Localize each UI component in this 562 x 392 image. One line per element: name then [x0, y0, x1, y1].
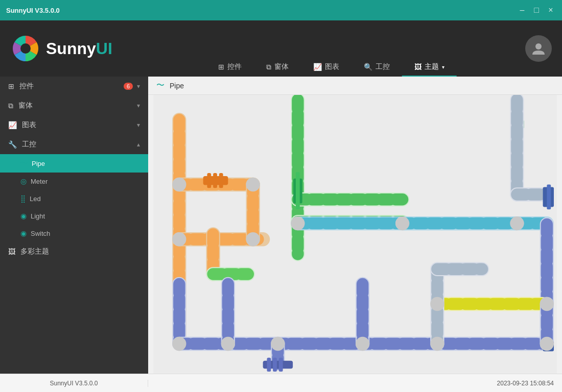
- colorful-sidebar-icon: 🖼: [8, 248, 15, 256]
- sidebar: ⊞ 控件 6 ▾ ⧉ 窗体 ▾ 📈 图表 ▾: [0, 77, 148, 374]
- windows-arrow-icon: ▾: [137, 102, 140, 109]
- sidebar-sub-led[interactable]: ⣿ Led: [0, 190, 148, 207]
- controls-sidebar-icon: ⊞: [8, 82, 14, 90]
- sidebar-item-controls[interactable]: ⊞ 控件 6 ▾: [0, 77, 148, 96]
- industry-arrow-icon: ▴: [137, 141, 140, 148]
- main-layout: ⊞ 控件 6 ▾ ⧉ 窗体 ▾ 📈 图表 ▾: [0, 77, 562, 374]
- charts-sidebar-icon: 📈: [8, 121, 17, 129]
- sidebar-item-colorful-left: 🖼 多彩主题: [8, 247, 49, 256]
- svg-point-80: [221, 337, 235, 351]
- sidebar-sub-light[interactable]: ◉ Light: [0, 207, 148, 225]
- svg-rect-21: [219, 173, 223, 188]
- controls-badge: 6: [124, 83, 133, 90]
- window-controls: – □ ×: [517, 6, 556, 15]
- nav-tabs: ⊞ 控件 ⧉ 窗体 📈 图表 🔍 工控 🖼 主题 ▾: [206, 58, 457, 77]
- sidebar-item-charts[interactable]: 📈 图表 ▾: [0, 115, 148, 135]
- tab-theme[interactable]: 🖼 主题 ▾: [402, 58, 457, 77]
- sidebar-item-windows[interactable]: ⧉ 窗体 ▾: [0, 96, 148, 115]
- avatar-icon: [530, 40, 547, 57]
- svg-rect-38: [547, 185, 551, 210]
- industry-icon: 🔍: [364, 63, 372, 71]
- controls-icon: ⊞: [218, 63, 224, 71]
- switch-icon: ◉: [20, 229, 27, 237]
- meter-icon: ◎: [20, 177, 27, 185]
- pipe-diagram: [148, 95, 562, 374]
- svg-point-73: [246, 232, 260, 246]
- svg-point-74: [291, 216, 305, 230]
- content-header: 〜 Pipe: [148, 77, 562, 95]
- windows-label: 窗体: [274, 62, 289, 71]
- logo-icon: [10, 33, 41, 64]
- titlebar: SunnyUI V3.5.0.0 – □ ×: [0, 0, 562, 20]
- logo-text: SunnyUI: [46, 39, 112, 58]
- svg-point-70: [172, 178, 186, 191]
- content-header-title: Pipe: [170, 82, 184, 90]
- svg-rect-29: [296, 172, 300, 209]
- controls-sidebar-label: 控件: [19, 82, 34, 91]
- svg-rect-20: [213, 173, 217, 188]
- svg-rect-52: [267, 358, 271, 372]
- sidebar-item-windows-left: ⧉ 窗体: [8, 101, 33, 110]
- svg-point-82: [430, 297, 444, 311]
- user-avatar[interactable]: [525, 35, 552, 62]
- led-label: Led: [30, 195, 41, 203]
- svg-point-2: [535, 43, 542, 50]
- pipe-icon: 〜: [20, 159, 28, 168]
- svg-rect-19: [207, 173, 211, 188]
- svg-point-1: [20, 43, 31, 54]
- sidebar-sub-pipe[interactable]: 〜 Pipe: [0, 154, 148, 173]
- charts-sidebar-label: 图表: [22, 120, 36, 130]
- svg-point-71: [172, 232, 186, 246]
- charts-arrow-icon: ▾: [137, 121, 140, 129]
- statusbar: SunnyUI V3.5.0.0 2023-09-23 15:08:54: [0, 374, 562, 392]
- logo: SunnyUI: [10, 33, 112, 64]
- close-button[interactable]: ×: [546, 6, 556, 15]
- svg-point-83: [540, 297, 554, 311]
- charts-label: 图表: [325, 62, 339, 71]
- tab-industry[interactable]: 🔍 工控: [352, 58, 402, 77]
- controls-arrow-icon: ▾: [137, 83, 140, 90]
- svg-point-84: [271, 337, 285, 351]
- tab-windows[interactable]: ⧉ 窗体: [254, 58, 301, 77]
- app-title: SunnyUI V3.5.0.0: [6, 7, 60, 14]
- windows-sidebar-icon: ⧉: [8, 102, 13, 110]
- header: SunnyUI ⊞ 控件 ⧉ 窗体 📈 图表 🔍 工控 🖼 主题 ▾: [0, 20, 562, 77]
- light-label: Light: [31, 212, 45, 220]
- statusbar-datetime: 2023-09-23 15:08:54: [148, 380, 562, 387]
- svg-rect-53: [273, 358, 277, 372]
- svg-point-72: [246, 178, 260, 191]
- industry-label: 工控: [376, 62, 390, 71]
- svg-point-76: [510, 216, 524, 230]
- svg-point-77: [172, 337, 186, 351]
- sidebar-item-charts-left: 📈 图表: [8, 120, 36, 130]
- charts-icon: 📈: [313, 63, 322, 71]
- svg-point-78: [540, 337, 554, 351]
- tab-charts[interactable]: 📈 图表: [301, 58, 352, 77]
- windows-sidebar-label: 窗体: [18, 101, 33, 110]
- windows-icon: ⧉: [266, 63, 271, 71]
- svg-point-81: [430, 337, 444, 351]
- restore-button[interactable]: □: [531, 6, 542, 15]
- meter-label: Meter: [31, 178, 48, 185]
- theme-dropdown-icon: ▾: [442, 64, 444, 70]
- statusbar-app-name: SunnyUI V3.5.0.0: [0, 380, 148, 387]
- industry-sidebar-label: 工控: [22, 140, 36, 149]
- pipe-canvas: [148, 95, 562, 374]
- sidebar-sub-switch[interactable]: ◉ Switch: [0, 225, 148, 242]
- sidebar-sub-meter[interactable]: ◎ Meter: [0, 173, 148, 190]
- tab-controls[interactable]: ⊞ 控件: [206, 58, 254, 77]
- sidebar-item-industry-left: 🔧 工控: [8, 140, 36, 149]
- theme-label: 主题: [425, 62, 439, 71]
- pipe-label: Pipe: [32, 160, 45, 167]
- led-icon: ⣿: [20, 194, 26, 203]
- minimize-button[interactable]: –: [517, 6, 527, 15]
- svg-point-75: [395, 216, 409, 230]
- colorful-sidebar-label: 多彩主题: [20, 247, 49, 256]
- switch-label: Switch: [31, 230, 50, 237]
- content-header-icon: 〜: [156, 80, 165, 91]
- sidebar-item-controls-left: ⊞ 控件: [8, 82, 34, 91]
- content-area: 〜 Pipe: [148, 77, 562, 374]
- svg-rect-54: [279, 358, 283, 372]
- sidebar-item-industry[interactable]: 🔧 工控 ▴: [0, 135, 148, 154]
- sidebar-item-colorful[interactable]: 🖼 多彩主题: [0, 242, 148, 261]
